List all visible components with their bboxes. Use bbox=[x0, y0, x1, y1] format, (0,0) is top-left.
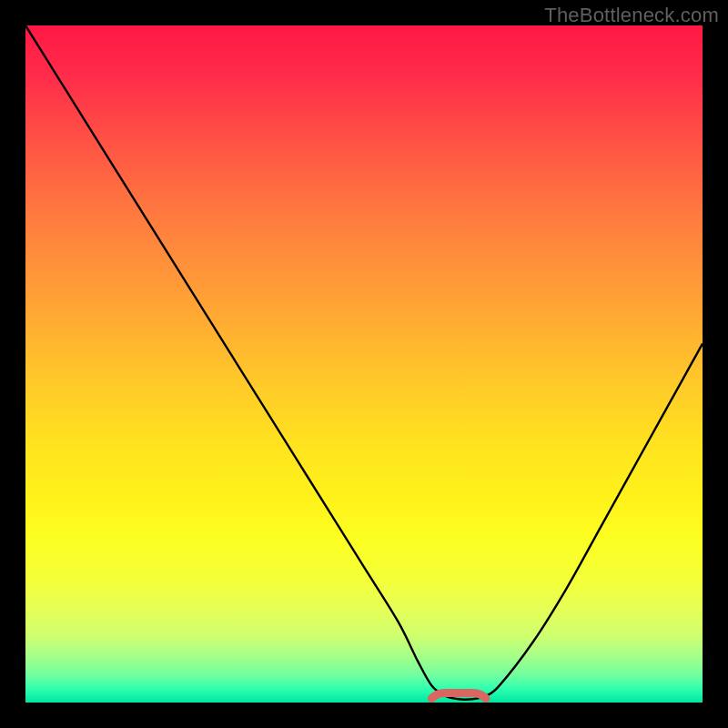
curve-svg bbox=[25, 25, 703, 703]
chart-frame: TheBottleneck.com bbox=[0, 0, 728, 728]
watermark-text: TheBottleneck.com bbox=[544, 4, 719, 27]
optimal-marker bbox=[431, 693, 486, 699]
plot-area bbox=[25, 25, 703, 703]
bottleneck-curve bbox=[25, 25, 703, 700]
